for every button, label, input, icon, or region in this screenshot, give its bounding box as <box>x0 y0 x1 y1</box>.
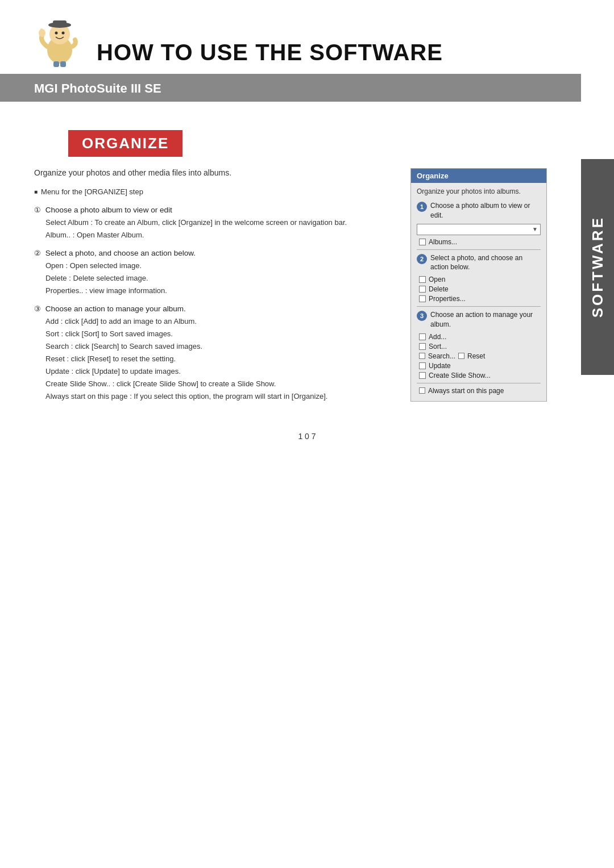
update-row: Update <box>419 362 541 370</box>
page-title: HOW TO USE THE SOFTWARE <box>97 40 443 68</box>
svg-point-5 <box>62 32 65 35</box>
intro-paragraph: Organize your photos and other media fil… <box>34 168 388 177</box>
ui-step-3-num: 3 <box>417 311 427 321</box>
step-3-text: Choose an action to manage your album. <box>45 304 186 313</box>
step-1-sub-1: Select Album : To create an Album, click… <box>45 216 388 229</box>
ui-title: Organize <box>417 172 449 180</box>
albums-row: Albums... <box>419 238 541 246</box>
delete-label: Delete <box>429 285 449 293</box>
delete-checkbox[interactable] <box>419 286 426 293</box>
ui-intro-text: Organize your photos into albums. <box>417 187 541 195</box>
step-2-number: ② <box>34 249 41 257</box>
add-checkbox[interactable] <box>419 333 426 340</box>
ui-step-2-text: Select a photo, and choose an action bel… <box>430 253 541 273</box>
properties-checkbox[interactable] <box>419 295 426 302</box>
ui-step-1: 1 Choose a photo album to view or edit. <box>417 201 541 220</box>
ui-step-1-text: Choose a photo album to view or edit. <box>430 201 541 220</box>
mascot-icon <box>34 17 85 68</box>
update-label: Update <box>429 362 451 370</box>
always-start-checkbox[interactable] <box>419 387 425 394</box>
update-checkbox[interactable] <box>419 362 426 369</box>
svg-rect-9 <box>60 61 66 67</box>
divider-3 <box>417 383 541 383</box>
albums-label: Albums... <box>429 238 457 246</box>
page: SOFTWARE HOW TO U <box>0 0 614 868</box>
divider-2 <box>417 306 541 307</box>
ui-mockup: Organize Organize your photos into album… <box>410 168 547 402</box>
svg-rect-7 <box>40 28 43 33</box>
ui-step-3-text: Choose an action to manage your album. <box>430 310 541 329</box>
ui-body: Organize your photos into albums. 1 Choo… <box>411 183 546 401</box>
always-start-row: Always start on this page <box>419 387 541 395</box>
add-label: Add... <box>429 333 446 341</box>
divider-1 <box>417 249 541 250</box>
albums-checkbox[interactable] <box>419 239 426 245</box>
step-1-sub-2: Album.. : Open Master Album. <box>45 229 388 241</box>
open-label: Open <box>429 276 445 283</box>
search-checkbox[interactable] <box>419 353 425 359</box>
step-3-sub-7: Always start on this page : If you selec… <box>45 390 388 403</box>
subtitle-text: MGI PhotoSuite III SE <box>34 81 161 95</box>
menu-label: Menu for the [ORGANIZE] step <box>34 187 388 196</box>
ui-step-1-num: 1 <box>417 202 427 212</box>
svg-rect-3 <box>53 20 67 26</box>
create-slide-label: Create Slide Show... <box>429 372 491 379</box>
step-3-sub-6: Create Slide Show.. : click [Create Slid… <box>45 378 388 390</box>
add-row: Add... <box>419 333 541 341</box>
search-label: Search... <box>428 352 455 360</box>
dropdown-arrow: ▼ <box>532 226 538 232</box>
step-1-number: ① <box>34 206 41 214</box>
step-3-number: ③ <box>34 304 41 313</box>
software-sidebar: SOFTWARE <box>581 159 614 375</box>
step-1-subs: Select Album : To create an Album, click… <box>34 216 388 241</box>
reset-checkbox[interactable] <box>458 353 464 359</box>
subtitle-bar: MGI PhotoSuite III SE <box>0 76 581 102</box>
organize-title: ORGANIZE <box>82 135 169 152</box>
step-3-sub-4: Reset : click [Reset] to reset the setti… <box>45 353 388 365</box>
page-number: 1 0 7 <box>0 432 614 458</box>
open-checkbox[interactable] <box>419 276 426 283</box>
step-2-text: Select a photo, and choose an action bel… <box>45 249 196 257</box>
step-2: ② Select a photo, and choose an action b… <box>34 247 388 297</box>
step-1-text: Choose a photo album to view or edit <box>45 206 172 214</box>
step-3-sub-2: Sort : click [Sort] to Sort saved images… <box>45 328 388 340</box>
svg-point-4 <box>55 32 58 35</box>
left-column: Organize your photos and other media fil… <box>34 168 388 409</box>
step-2-sub-2: Delete : Delete selected image. <box>45 272 388 285</box>
step-1: ① Choose a photo album to view or edit S… <box>34 204 388 241</box>
step-2-sub-3: Properties.. : view image information. <box>45 285 388 297</box>
properties-label: Properties... <box>429 295 466 303</box>
main-content: Organize your photos and other media fil… <box>0 157 581 409</box>
reset-label: Reset <box>467 352 485 360</box>
organize-bar: ORGANIZE <box>68 130 182 157</box>
step-3-sub-1: Add : click [Add] to add an image to an … <box>45 315 388 328</box>
ui-title-bar: Organize <box>411 169 546 183</box>
open-row: Open <box>419 276 541 283</box>
step-2-sub-1: Open : Open selected image. <box>45 260 388 272</box>
step-3-sub-3: Search : click [Search] to Search saved … <box>45 340 388 353</box>
create-slide-checkbox[interactable] <box>419 372 426 379</box>
header: HOW TO USE THE SOFTWARE <box>0 0 581 76</box>
search-reset-row: Search... Reset <box>419 352 541 360</box>
step-2-subs: Open : Open selected image. Delete : Del… <box>34 260 388 297</box>
delete-row: Delete <box>419 285 541 293</box>
ui-step-2-num: 2 <box>417 254 427 264</box>
steps-list: ① Choose a photo album to view or edit S… <box>34 204 388 403</box>
ui-step-3: 3 Choose an action to manage your album. <box>417 310 541 329</box>
ui-step-2: 2 Select a photo, and choose an action b… <box>417 253 541 273</box>
step-3-sub-5: Update : click [Update] to update images… <box>45 365 388 378</box>
sort-label: Sort... <box>429 343 447 350</box>
step-3: ③ Choose an action to manage your album.… <box>34 303 388 403</box>
step-3-subs: Add : click [Add] to add an image to an … <box>34 315 388 403</box>
sort-checkbox[interactable] <box>419 343 426 350</box>
album-dropdown[interactable]: ▼ <box>417 224 541 235</box>
sort-row: Sort... <box>419 343 541 350</box>
always-start-label: Always start on this page <box>428 387 504 395</box>
software-label: SOFTWARE <box>589 216 607 318</box>
create-slide-row: Create Slide Show... <box>419 372 541 379</box>
svg-rect-8 <box>53 61 59 67</box>
properties-row: Properties... <box>419 295 541 303</box>
right-panel: Organize Organize your photos into album… <box>410 168 547 409</box>
